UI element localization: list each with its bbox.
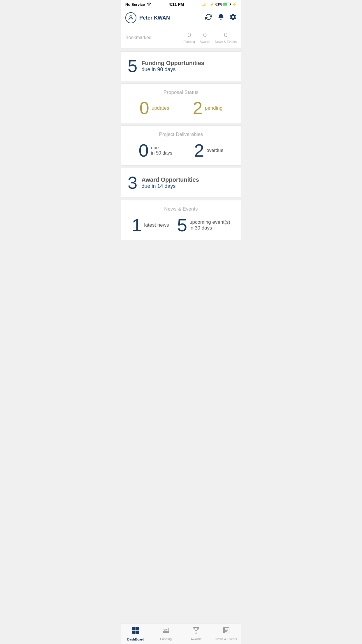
proposal-pending-num: 2: [193, 99, 203, 117]
award-text-block: Award Opportunities due in 14 days: [141, 176, 199, 189]
proposal-updates-label: updates: [152, 105, 169, 111]
award-subtitle: due in 14 days: [141, 183, 199, 189]
funding-opportunities-card[interactable]: 5 Funding Opportunities due in 90 days: [121, 51, 241, 81]
award-title: Award Opportunities: [141, 176, 199, 183]
deliverables-due-label-1: due: [151, 145, 172, 150]
bookmark-funding-num: 0: [183, 31, 195, 39]
news-events-label-2: in 30 days: [189, 225, 212, 231]
proposal-status-card[interactable]: Proposal Status 0 updates 2 pending: [121, 83, 241, 123]
award-opportunities-card[interactable]: 3 Award Opportunities due in 14 days: [121, 168, 241, 198]
location-icon: ↑: [207, 2, 209, 6]
proposal-header: Proposal Status: [128, 90, 234, 95]
bookmark-awards-num: 0: [200, 31, 210, 39]
proposal-pending-label: pending: [205, 105, 223, 111]
status-right: 🌙 ↑ ⚡ 61% ⚡: [201, 2, 237, 6]
deliverables-overdue-num: 2: [194, 141, 204, 160]
deliverables-due-num: 0: [139, 141, 149, 160]
bookmark-funding-label: Funding: [183, 40, 195, 43]
bookmark-funding[interactable]: 0 Funding: [183, 31, 195, 44]
bookmark-news[interactable]: 0 News & Events: [215, 31, 237, 44]
bell-icon[interactable]: [217, 13, 224, 22]
deliverables-overdue-label: overdue: [207, 148, 224, 153]
news-header: News & Events: [128, 206, 234, 212]
funding-subtitle: due in 90 days: [141, 66, 204, 73]
proposal-cols: 0 updates 2 pending: [128, 99, 234, 117]
news-latest-col: 1 latest news: [132, 216, 169, 234]
settings-icon[interactable]: [230, 13, 237, 22]
funding-number: 5: [128, 57, 137, 75]
bookmark-awards-label: Awards: [200, 40, 210, 43]
status-left: No Service: [125, 2, 151, 7]
user-name: Peter KWAN: [139, 15, 170, 21]
funding-title: Funding Opportunities: [141, 60, 204, 66]
svg-point-0: [130, 16, 132, 18]
user-info: Peter KWAN: [125, 12, 170, 23]
moon-icon: 🌙: [201, 2, 206, 6]
funding-text-block: Funding Opportunities due in 90 days: [141, 60, 204, 73]
proposal-updates-col: 0 updates: [140, 99, 169, 117]
bookmark-news-num: 0: [215, 31, 237, 39]
header: Peter KWAN: [121, 9, 241, 27]
bookmarked-section: Bookmarked 0 Funding 0 Awards 0 News & E…: [121, 27, 241, 48]
award-card-content: 3 Award Opportunities due in 14 days: [128, 174, 234, 192]
deliverables-card[interactable]: Project Deliverables 0 due in 50 days 2 …: [121, 125, 241, 166]
news-events-label: upcoming event(s) in 30 days: [189, 219, 230, 231]
bookmark-news-label: News & Events: [215, 40, 237, 43]
refresh-icon[interactable]: [205, 13, 212, 22]
bookmark-awards[interactable]: 0 Awards: [200, 31, 210, 44]
news-events-num: 5: [177, 216, 187, 234]
award-number: 3: [128, 174, 137, 192]
deliverables-overdue-col: 2 overdue: [194, 141, 223, 160]
cards-container: 5 Funding Opportunities due in 90 days P…: [121, 48, 241, 243]
deliverables-due-label: due in 50 days: [151, 145, 172, 156]
battery-icon: [224, 3, 231, 6]
deliverables-due-col: 0 due in 50 days: [139, 141, 172, 160]
proposal-updates-num: 0: [140, 99, 149, 117]
news-events-col: 5 upcoming event(s) in 30 days: [177, 216, 230, 234]
carrier-text: No Service: [125, 2, 145, 7]
charging-icon: ⚡: [232, 2, 237, 6]
deliverables-header: Project Deliverables: [128, 132, 234, 137]
status-bar: No Service 4:11 PM 🌙 ↑ ⚡ 61% ⚡: [121, 0, 241, 9]
news-events-card[interactable]: News & Events 1 latest news 5 upcoming e…: [121, 200, 241, 240]
news-latest-label: latest news: [144, 222, 169, 228]
deliverables-due-label-2: in 50 days: [151, 150, 172, 156]
header-icons: [205, 13, 237, 22]
funding-card-content: 5 Funding Opportunities due in 90 days: [128, 57, 234, 75]
battery-pct: 61%: [215, 2, 222, 6]
news-cols: 1 latest news 5 upcoming event(s) in 30 …: [128, 216, 234, 234]
bookmarked-label: Bookmarked: [125, 35, 183, 40]
news-latest-num: 1: [132, 216, 142, 234]
deliverables-cols: 0 due in 50 days 2 overdue: [128, 141, 234, 160]
news-events-label-1: upcoming event(s): [189, 219, 230, 225]
avatar: [125, 12, 136, 23]
bluetooth-icon: ⚡: [210, 2, 214, 6]
proposal-pending-col: 2 pending: [193, 99, 223, 117]
bookmarked-counts: 0 Funding 0 Awards 0 News & Events: [183, 31, 237, 44]
wifi-icon: [147, 2, 151, 7]
status-time: 4:11 PM: [169, 2, 184, 7]
